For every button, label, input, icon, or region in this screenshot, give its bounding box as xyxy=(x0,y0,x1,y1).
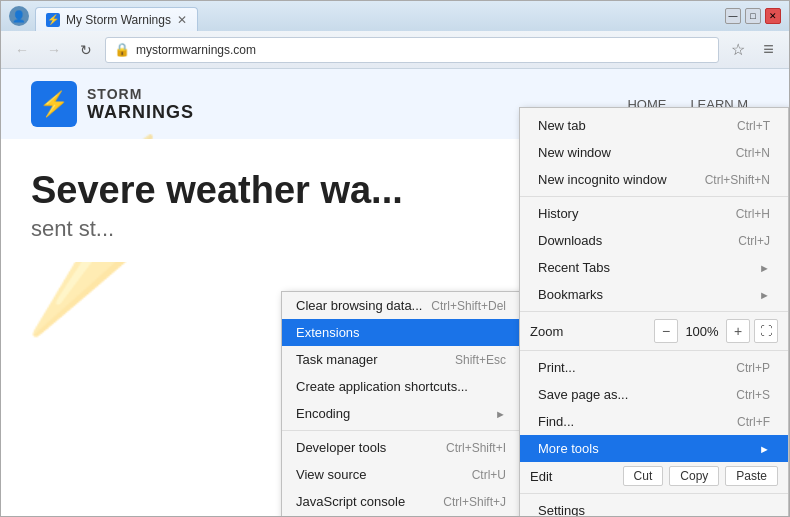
menu-item-print[interactable]: Print... Ctrl+P xyxy=(520,354,788,381)
nav-bar: ← → ↻ 🔒 mystormwarnings.com ☆ ≡ xyxy=(1,31,789,69)
menu-item-downloads[interactable]: Downloads Ctrl+J xyxy=(520,227,788,254)
user-icon[interactable]: 👤 xyxy=(9,6,29,26)
menu-item-clear-browsing[interactable]: Clear browsing data... Ctrl+Shift+Del xyxy=(282,292,520,319)
nav-right-buttons: ☆ ≡ xyxy=(725,37,781,63)
logo-storm: STORM xyxy=(87,86,194,102)
menu-item-history[interactable]: History Ctrl+H xyxy=(520,200,788,227)
browser-window: 👤 ⚡ My Storm Warnings ✕ — □ ✕ ← → ↻ 🔒 my… xyxy=(0,0,790,517)
zoom-fullscreen-button[interactable]: ⛶ xyxy=(754,319,778,343)
menu-item-view-source[interactable]: View source Ctrl+U xyxy=(282,461,520,488)
zoom-plus-button[interactable]: + xyxy=(726,319,750,343)
menu-item-find[interactable]: Find... Ctrl+F xyxy=(520,408,788,435)
edit-row: Edit Cut Copy Paste xyxy=(520,462,788,490)
logo-warnings: WARNINGS xyxy=(87,102,194,123)
menu-item-settings[interactable]: Settings xyxy=(520,497,788,516)
tools-submenu[interactable]: Clear browsing data... Ctrl+Shift+Del Ex… xyxy=(281,291,521,516)
zoom-minus-button[interactable]: − xyxy=(654,319,678,343)
reload-button[interactable]: ↻ xyxy=(73,37,99,63)
menu-item-bookmarks[interactable]: Bookmarks ► xyxy=(520,281,788,308)
menu-item-recent-tabs[interactable]: Recent Tabs ► xyxy=(520,254,788,281)
copy-button[interactable]: Copy xyxy=(669,466,719,486)
title-bar: 👤 ⚡ My Storm Warnings ✕ — □ ✕ xyxy=(1,1,789,31)
back-button[interactable]: ← xyxy=(9,37,35,63)
menu-item-new-tab[interactable]: New tab Ctrl+T xyxy=(520,112,788,139)
zoom-row: Zoom − 100% + ⛶ xyxy=(520,315,788,347)
menu-item-create-app-shortcuts[interactable]: Create application shortcuts... xyxy=(282,373,520,400)
favicon-bolt: ⚡ xyxy=(47,14,59,25)
menu-item-developer-tools[interactable]: Developer tools Ctrl+Shift+I xyxy=(282,434,520,461)
cut-button[interactable]: Cut xyxy=(623,466,664,486)
close-button[interactable]: ✕ xyxy=(765,8,781,24)
page-content: ⚡ STORM WARNINGS HOME LEARN M... Severe … xyxy=(1,69,789,516)
menu-item-task-manager[interactable]: Task manager Shift+Esc xyxy=(282,346,520,373)
logo-icon: ⚡ xyxy=(31,81,77,127)
zoom-value: 100% xyxy=(682,324,722,339)
address-bar[interactable]: 🔒 mystormwarnings.com xyxy=(105,37,719,63)
menu-item-js-console[interactable]: JavaScript console Ctrl+Shift+J xyxy=(282,488,520,515)
menu-item-save-page[interactable]: Save page as... Ctrl+S xyxy=(520,381,788,408)
logo-area: ⚡ STORM WARNINGS xyxy=(31,81,194,127)
tab-bar: ⚡ My Storm Warnings ✕ xyxy=(35,1,725,31)
window-controls: — □ ✕ xyxy=(725,8,781,24)
logo-text: STORM WARNINGS xyxy=(87,86,194,123)
address-text: mystormwarnings.com xyxy=(136,43,256,57)
edit-label: Edit xyxy=(530,469,617,484)
tab-title: My Storm Warnings xyxy=(66,13,171,27)
minimize-button[interactable]: — xyxy=(725,8,741,24)
chrome-menu-button[interactable]: ≡ xyxy=(755,37,781,63)
menu-item-new-window[interactable]: New window Ctrl+N xyxy=(520,139,788,166)
forward-button[interactable]: → xyxy=(41,37,67,63)
bookmark-button[interactable]: ☆ xyxy=(725,37,751,63)
tab-favicon: ⚡ xyxy=(46,13,60,27)
menu-item-more-tools[interactable]: More tools ► xyxy=(520,435,788,462)
menu-item-new-incognito[interactable]: New incognito window Ctrl+Shift+N xyxy=(520,166,788,193)
page-icon: 🔒 xyxy=(114,42,130,57)
maximize-button[interactable]: □ xyxy=(745,8,761,24)
paste-button[interactable]: Paste xyxy=(725,466,778,486)
menu-item-inspect-devices[interactable]: Inspect devices xyxy=(282,515,520,516)
menu-item-encoding[interactable]: Encoding ► xyxy=(282,400,520,427)
active-tab[interactable]: ⚡ My Storm Warnings ✕ xyxy=(35,7,198,31)
menu-item-extensions[interactable]: Extensions xyxy=(282,319,520,346)
chrome-main-menu[interactable]: New tab Ctrl+T New window Ctrl+N New inc… xyxy=(519,107,789,516)
tab-close-button[interactable]: ✕ xyxy=(177,13,187,27)
